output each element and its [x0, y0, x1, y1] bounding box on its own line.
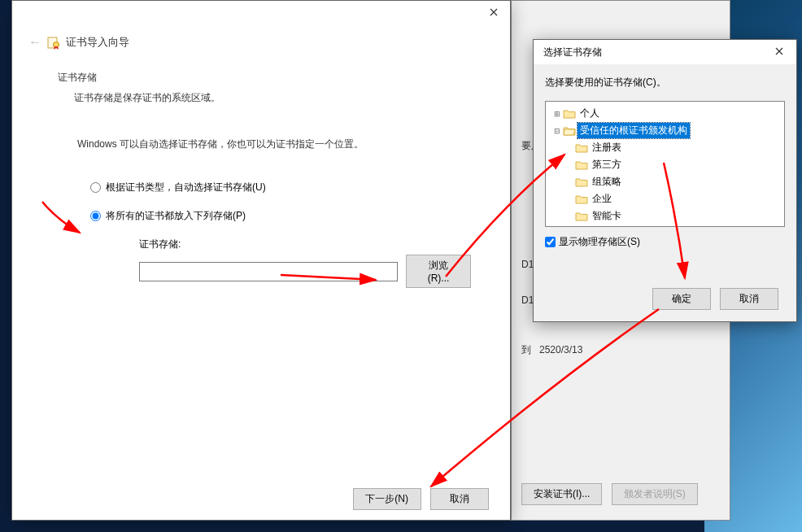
- tree-item-grouppolicy[interactable]: 组策略: [547, 173, 782, 190]
- folder-icon: [575, 177, 588, 188]
- tree-item-personal[interactable]: ⊞ 个人: [547, 105, 782, 122]
- folder-icon: [575, 142, 588, 154]
- section-description: 证书存储是保存证书的系统区域。: [74, 91, 477, 105]
- folder-icon: [563, 108, 576, 120]
- dialog-close-button[interactable]: [769, 43, 790, 61]
- tree-label-selected: 受信任的根证书颁发机构: [578, 123, 690, 138]
- next-button[interactable]: 下一步(N): [353, 488, 421, 510]
- radio-auto-label: 根据证书类型，自动选择证书存储(U): [106, 181, 266, 194]
- store-input[interactable]: [139, 262, 398, 281]
- tree-item-smartcard[interactable]: 智能卡: [547, 207, 782, 225]
- cert-import-wizard-window: ← 证书导入向导 证书存储 证书存储是保存证书的系统区域。 Windows 可以…: [11, 0, 511, 521]
- tree-item-trusted-root[interactable]: ⊟ 受信任的根证书颁发机构: [547, 122, 782, 139]
- section-heading: 证书存储: [58, 71, 477, 85]
- browse-button[interactable]: 浏览(R)...: [406, 255, 471, 288]
- cert-store-tree[interactable]: ⊞ 个人 ⊟ 受信任的根证书颁发机构 注册表 第三方 组策略: [545, 101, 785, 227]
- expand-icon[interactable]: ⊞: [552, 109, 561, 118]
- close-icon: [490, 8, 498, 16]
- radio-place-all[interactable]: 将所有的证书都放入下列存储(P): [90, 209, 477, 223]
- radio-all-label: 将所有的证书都放入下列存储(P): [106, 209, 246, 223]
- dialog-cancel-button[interactable]: 取消: [720, 288, 778, 310]
- tree-label: 组策略: [590, 174, 624, 190]
- dialog-instruction: 选择要使用的证书存储(C)。: [545, 76, 785, 89]
- select-cert-store-dialog: 选择证书存储 选择要使用的证书存储(C)。 ⊞ 个人 ⊟ 受信任的根证书颁发机构…: [533, 39, 797, 322]
- folder-open-icon: [563, 125, 576, 137]
- tree-label: 注册表: [590, 140, 624, 155]
- folder-icon: [575, 194, 588, 205]
- tree-label: 企业: [590, 191, 614, 207]
- valid-to-label: 到: [521, 344, 531, 355]
- tree-item-registry[interactable]: 注册表: [547, 139, 782, 156]
- tree-label: 智能卡: [590, 208, 624, 224]
- tree-label: 个人: [578, 106, 602, 121]
- tree-label: 第三方: [590, 157, 624, 172]
- back-arrow-icon: ←: [28, 35, 41, 50]
- wizard-title: 证书导入向导: [66, 35, 129, 50]
- show-physical-checkbox-row[interactable]: 显示物理存储区(S): [545, 235, 785, 249]
- cancel-button[interactable]: 取消: [430, 488, 489, 510]
- show-physical-checkbox[interactable]: [545, 237, 556, 247]
- valid-to-value: 2520/3/13: [539, 344, 582, 355]
- radio-auto-select[interactable]: 根据证书类型，自动选择证书存储(U): [90, 181, 477, 194]
- show-physical-label: 显示物理存储区(S): [559, 235, 640, 249]
- ok-button[interactable]: 确定: [652, 288, 711, 310]
- tree-item-thirdparty[interactable]: 第三方: [547, 156, 782, 173]
- radio-auto-input[interactable]: [90, 182, 101, 193]
- close-icon: [775, 47, 783, 55]
- dialog-title: 选择证书存储: [543, 46, 602, 59]
- install-cert-button[interactable]: 安装证书(I)...: [521, 483, 602, 505]
- tree-item-enterprise[interactable]: 企业: [547, 190, 782, 207]
- certificate-icon: [46, 35, 61, 50]
- close-button[interactable]: [477, 1, 510, 24]
- info-text: Windows 可以自动选择证书存储，你也可以为证书指定一个位置。: [77, 137, 477, 151]
- issuer-details-button: 颁发者说明(S): [612, 483, 698, 505]
- folder-icon: [575, 211, 588, 222]
- radio-all-input[interactable]: [90, 211, 101, 221]
- folder-icon: [575, 159, 588, 171]
- store-label: 证书存储:: [139, 238, 477, 251]
- collapse-icon[interactable]: ⊟: [552, 126, 561, 135]
